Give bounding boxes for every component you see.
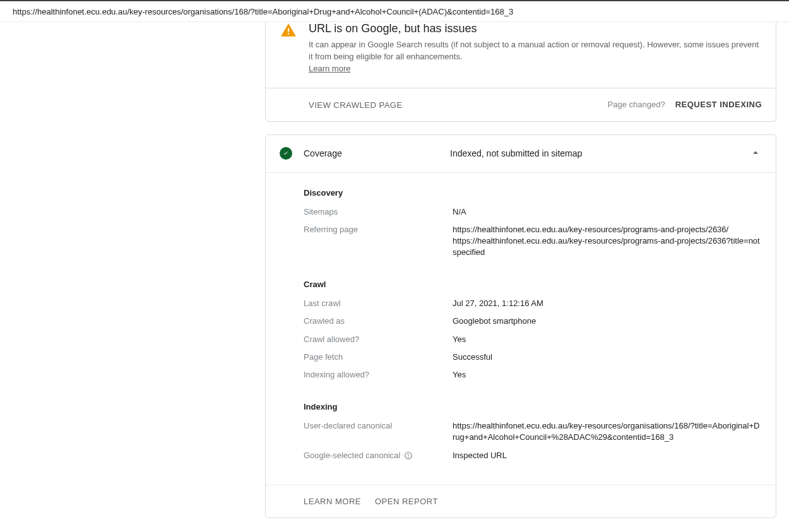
url-bar-text: https://healthinfonet.ecu.edu.au/key-res…	[13, 7, 513, 16]
value-indexing-allowed: Yes	[453, 369, 762, 381]
label-last-crawl: Last crawl	[304, 298, 453, 309]
coverage-value: Indexed, not submitted in sitemap	[450, 148, 749, 158]
label-crawled-as: Crawled as	[304, 316, 453, 327]
value-google-canonical: Inspected URL	[453, 450, 762, 463]
label-google-canonical-text: Google-selected canonical	[304, 450, 400, 461]
coverage-label: Coverage	[304, 148, 450, 158]
value-crawled-as: Googlebot smartphone	[453, 316, 762, 327]
status-card: URL is on Google, but has issues It can …	[265, 22, 776, 122]
discovery-heading: Discovery	[304, 188, 762, 198]
row-referring-page: Referring page https://healthinfonet.ecu…	[304, 224, 762, 259]
label-user-canonical: User-declared canonical	[304, 420, 453, 443]
page-changed-label: Page changed?	[608, 100, 665, 109]
row-google-canonical: Google-selected canonical Inspected URL	[304, 450, 762, 463]
status-section: URL is on Google, but has issues It can …	[266, 22, 776, 88]
action-left: VIEW CRAWLED PAGE	[280, 100, 403, 110]
label-google-canonical: Google-selected canonical	[304, 450, 453, 463]
label-page-fetch: Page fetch	[304, 352, 453, 363]
value-page-fetch: Successful	[453, 352, 762, 363]
view-crawled-page-button[interactable]: VIEW CRAWLED PAGE	[309, 100, 403, 110]
status-title: URL is on Google, but has issues	[309, 22, 762, 35]
indexing-heading: Indexing	[304, 402, 762, 411]
url-bar[interactable]: https://healthinfonet.ecu.edu.au/key-res…	[0, 0, 789, 22]
check-icon	[280, 147, 292, 160]
row-user-canonical: User-declared canonical https://healthin…	[304, 420, 762, 443]
coverage-card: Coverage Indexed, not submitted in sitem…	[265, 134, 776, 518]
value-user-canonical: https://healthinfonet.ecu.edu.au/key-res…	[453, 420, 762, 443]
action-right: Page changed? REQUEST INDEXING	[608, 100, 762, 109]
label-sitemaps: Sitemaps	[304, 206, 453, 218]
status-desc-text: It can appear in Google Search results (…	[309, 40, 759, 61]
open-report-button[interactable]: OPEN REPORT	[375, 497, 438, 506]
value-sitemaps: N/A	[453, 206, 762, 218]
coverage-details: Discovery Sitemaps N/A Referring page ht…	[266, 173, 776, 485]
learn-more-link[interactable]: Learn more	[309, 64, 350, 73]
main-area: URL is on Google, but has issues It can …	[0, 22, 789, 532]
help-icon[interactable]	[404, 450, 413, 463]
row-crawl-allowed: Crawl allowed? Yes	[304, 334, 762, 345]
row-last-crawl: Last crawl Jul 27, 2021, 1:12:16 AM	[304, 298, 762, 309]
status-action-row: VIEW CRAWLED PAGE Page changed? REQUEST …	[266, 88, 776, 121]
row-page-fetch: Page fetch Successful	[304, 352, 762, 363]
learn-more-button[interactable]: LEARN MORE	[304, 497, 361, 506]
content-column: URL is on Google, but has issues It can …	[265, 22, 776, 531]
value-crawl-allowed: Yes	[453, 334, 762, 345]
label-crawl-allowed: Crawl allowed?	[304, 334, 453, 345]
value-last-crawl: Jul 27, 2021, 1:12:16 AM	[453, 298, 762, 309]
chevron-up-icon	[749, 146, 762, 161]
coverage-header[interactable]: Coverage Indexed, not submitted in sitem…	[266, 135, 776, 172]
crawl-heading: Crawl	[304, 280, 762, 289]
label-referring-page: Referring page	[304, 224, 453, 259]
value-referring-page: https://healthinfonet.ecu.edu.au/key-res…	[453, 224, 762, 259]
row-sitemaps: Sitemaps N/A	[304, 206, 762, 218]
request-indexing-button[interactable]: REQUEST INDEXING	[675, 100, 762, 109]
label-indexing-allowed: Indexing allowed?	[304, 369, 453, 381]
warning-icon	[280, 22, 297, 40]
row-crawled-as: Crawled as Googlebot smartphone	[304, 316, 762, 327]
status-description: It can appear in Google Search results (…	[309, 39, 762, 75]
row-indexing-allowed: Indexing allowed? Yes	[304, 369, 762, 381]
status-text: URL is on Google, but has issues It can …	[309, 22, 762, 75]
coverage-footer: LEARN MORE OPEN REPORT	[266, 485, 776, 517]
